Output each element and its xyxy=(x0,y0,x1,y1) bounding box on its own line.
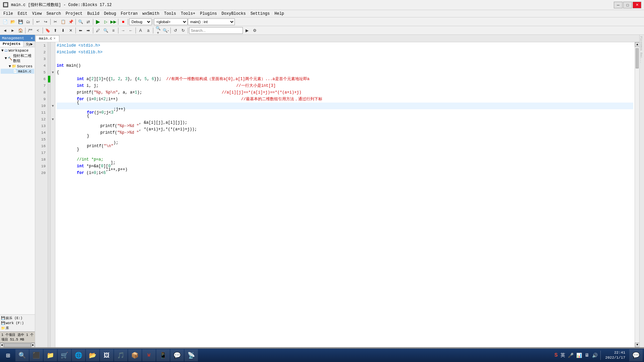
menu-help[interactable]: Help xyxy=(272,11,286,17)
indent-btn[interactable]: → xyxy=(119,27,127,34)
uncomment-btn[interactable]: < xyxy=(34,27,42,34)
tray-lang-icon[interactable]: 英 xyxy=(560,352,566,358)
menu-settings[interactable]: Settings xyxy=(249,11,272,17)
lowercase-btn[interactable]: a xyxy=(145,27,152,34)
build-btn[interactable]: ▶ xyxy=(94,18,102,25)
uppercase-btn[interactable]: A xyxy=(137,27,144,34)
bookmark-btn[interactable]: 🔖 xyxy=(44,27,51,34)
taskbar-wps[interactable]: W xyxy=(142,349,156,361)
search-input[interactable] xyxy=(189,27,243,34)
management-close[interactable]: ✕ xyxy=(31,36,33,40)
tab-projects[interactable]: Projects xyxy=(0,41,23,47)
home-btn[interactable]: 🏠 xyxy=(17,27,24,34)
menu-project[interactable]: Project xyxy=(64,11,85,17)
menu-search[interactable]: Search xyxy=(44,11,63,17)
search-options-btn[interactable]: ⚙ xyxy=(251,27,258,34)
replace-btn[interactable]: ⇄ xyxy=(85,18,92,25)
taskbar-file-explorer[interactable]: 📁 xyxy=(44,349,57,361)
taskbar-datetime[interactable]: 22:41 2022/1/17 xyxy=(603,350,628,361)
taskbar-notification-btn[interactable]: 💬 xyxy=(629,349,643,361)
paste-btn[interactable]: 📌 xyxy=(67,18,74,25)
taskbar-app1[interactable]: 📦 xyxy=(128,349,142,361)
menu-wxsmith[interactable]: wxSmith xyxy=(141,11,161,17)
vscroll-down-btn[interactable]: ▼ xyxy=(635,343,639,347)
back-btn[interactable]: ◄ xyxy=(1,27,9,34)
fold-5[interactable]: ▼ xyxy=(51,69,55,76)
taskbar-app3[interactable]: 💬 xyxy=(170,349,184,361)
taskbar-folder[interactable]: 📂 xyxy=(86,349,99,361)
tray-volume-icon[interactable]: 🔊 xyxy=(591,353,598,358)
tray-display-icon[interactable]: 🖥 xyxy=(584,353,590,358)
hscroll-thumb[interactable] xyxy=(4,343,31,347)
tree-sources[interactable]: ▼ 📁 Sources xyxy=(1,64,34,69)
open-btn[interactable]: 📂 xyxy=(9,18,16,25)
prev-bookmark-btn[interactable]: ⬆ xyxy=(52,27,59,34)
tree-workspace[interactable]: ▼ 🗂 Workspace xyxy=(1,48,34,53)
search-go-btn[interactable]: ▶ xyxy=(243,27,251,34)
tree-project[interactable]: ▼ 🔨 指针和二维数组 xyxy=(1,53,34,64)
taskbar-store[interactable]: 🛒 xyxy=(58,349,71,361)
vscroll-up-btn[interactable]: ▲ xyxy=(635,42,639,47)
maximize-button[interactable]: □ xyxy=(623,2,632,8)
stop-btn[interactable]: ■ xyxy=(119,18,127,25)
tray-monitor-icon[interactable]: 📊 xyxy=(576,353,583,358)
drive-item-e[interactable]: 💾 娱乐 (E:) xyxy=(1,315,34,321)
undo-btn[interactable]: ↩ xyxy=(34,18,42,25)
misc-btn[interactable]: ≡ xyxy=(110,27,117,34)
tray-mic-icon[interactable]: 🎤 xyxy=(567,353,574,358)
zoomin-btn[interactable]: 🔍+ xyxy=(154,27,162,34)
menu-tools[interactable]: Tools xyxy=(162,11,178,17)
menu-doxyblocks[interactable]: DoxyBlocks xyxy=(220,11,248,17)
hscroll-right-btn[interactable]: ► xyxy=(31,343,35,348)
vscroll-thumb[interactable] xyxy=(636,48,639,68)
new-btn[interactable]: 📄 xyxy=(1,18,9,25)
build-config-select[interactable]: Debug Release xyxy=(129,18,152,25)
rotate2-btn[interactable]: ↻ xyxy=(179,27,187,34)
hscroll-left-btn[interactable]: ◄ xyxy=(0,343,4,348)
tray-s-icon[interactable]: S xyxy=(554,352,558,358)
menu-file[interactable]: File xyxy=(1,11,15,17)
dedent-btn[interactable]: ← xyxy=(127,27,135,34)
taskbar-search-btn[interactable]: 🔍 xyxy=(15,349,29,361)
menu-view[interactable]: View xyxy=(30,11,44,17)
find-btn[interactable]: 🔍 xyxy=(77,18,84,25)
rotate-btn[interactable]: ↺ xyxy=(172,27,179,34)
menu-debug[interactable]: Debug xyxy=(102,11,118,17)
tab-symbols[interactable]: Sy▶ xyxy=(23,41,35,47)
copy-btn[interactable]: 📋 xyxy=(59,18,67,25)
taskbar-task-view[interactable]: ⬛ xyxy=(30,349,43,361)
fold-10[interactable]: ▼ xyxy=(51,103,55,109)
close-button[interactable]: ✕ xyxy=(633,2,641,8)
menu-build[interactable]: Build xyxy=(85,11,101,17)
folder-item[interactable]: 📁 库 xyxy=(1,325,34,331)
next-bookmark-btn[interactable]: ⬇ xyxy=(59,27,67,34)
code-editor[interactable]: 1 2 3 4 5 6 7 8 9 10 11 12 13 14 15 16 1 xyxy=(35,42,639,347)
highlight-btn[interactable]: 🖊 xyxy=(94,27,102,34)
clear-bookmark-btn[interactable]: ✕ xyxy=(67,27,74,34)
taskbar-media[interactable]: 🎵 xyxy=(114,349,127,361)
prev-error-btn[interactable]: ⬅ xyxy=(77,27,84,34)
start-button[interactable]: ⊞ xyxy=(1,349,15,361)
cut-btn[interactable]: ✂ xyxy=(52,18,59,25)
zoomout-btn[interactable]: 🔍- xyxy=(162,27,169,34)
tree-mainc[interactable]: 📄 main.c xyxy=(1,69,34,74)
forward-btn[interactable]: ► xyxy=(9,27,16,34)
comment-btn[interactable]: /** xyxy=(26,27,34,34)
taskbar-app4[interactable]: 📡 xyxy=(184,349,198,361)
drive-item-f[interactable]: 💾 work (F:) xyxy=(1,321,34,325)
redo-btn[interactable]: ↪ xyxy=(42,18,49,25)
find2-btn[interactable]: 🔍 xyxy=(102,27,109,34)
code-tab-mainc[interactable]: main.c × xyxy=(35,35,59,42)
fold-12[interactable]: ▼ xyxy=(51,116,55,123)
global-scope-select[interactable]: <global> xyxy=(154,18,187,25)
next-error-btn[interactable]: ➡ xyxy=(85,27,92,34)
menu-plugins[interactable]: Plugins xyxy=(198,11,219,17)
function-select[interactable]: main() : int xyxy=(188,18,235,25)
menu-edit[interactable]: Edit xyxy=(16,11,30,17)
code-tab-close[interactable]: × xyxy=(54,37,56,41)
debug-run-btn[interactable]: ▶▶ xyxy=(110,18,117,25)
code-lines[interactable]: #include <stdio.h> #include <stdlib.h> i… xyxy=(55,42,635,347)
save-all-btn[interactable]: 🗂 xyxy=(24,18,32,25)
minimize-button[interactable]: ─ xyxy=(614,2,623,8)
save-btn[interactable]: 💾 xyxy=(17,18,24,25)
